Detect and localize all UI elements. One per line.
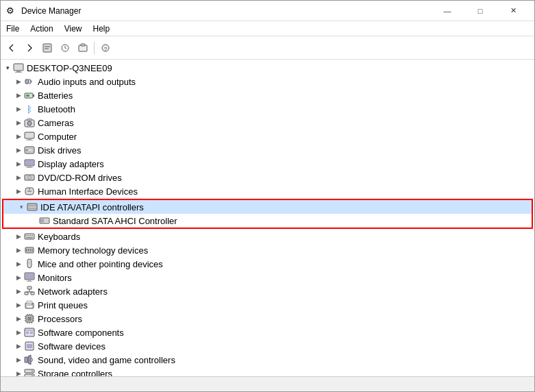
svg-rect-5 <box>81 44 85 46</box>
list-item[interactable]: ▶ Software components <box>1 326 534 339</box>
list-item[interactable]: ▶ Software devices <box>1 339 534 353</box>
svg-rect-59 <box>25 292 28 295</box>
svg-text:?: ? <box>104 46 108 52</box>
list-item[interactable]: ▶ Print queues <box>1 298 534 312</box>
processor-icon <box>24 313 35 324</box>
menu-action[interactable]: Action <box>25 21 58 36</box>
list-item[interactable]: ▶ Monitors <box>1 271 534 284</box>
list-item[interactable]: ▶ Disk drives <box>1 143 534 157</box>
expand-icon: ▶ <box>13 327 24 338</box>
menu-bar: File Action View Help <box>1 21 534 36</box>
svg-point-31 <box>29 177 30 178</box>
svg-rect-51 <box>32 249 33 252</box>
storage-icon <box>24 368 35 376</box>
battery-icon <box>24 90 35 101</box>
svg-rect-21 <box>26 140 33 140</box>
item-label: Display adapters <box>38 159 104 169</box>
update-driver-button[interactable] <box>57 40 73 56</box>
item-label: Batteries <box>38 90 73 101</box>
list-item[interactable]: ▶ Batteries <box>1 88 534 102</box>
list-item[interactable]: ▶ Network adapters <box>1 284 534 298</box>
forward-button[interactable] <box>21 40 38 56</box>
ide-icon <box>27 201 38 212</box>
expand-icon: ▶ <box>13 354 24 365</box>
svg-rect-50 <box>30 249 32 252</box>
device-tree[interactable]: ▾ DESKTOP-Q3NEE09 ▶ Audio input <box>1 60 534 376</box>
menu-view[interactable]: View <box>59 21 88 36</box>
svg-rect-43 <box>27 235 29 236</box>
minimize-button[interactable]: — <box>432 1 463 21</box>
svg-rect-18 <box>27 119 32 121</box>
list-item[interactable]: ▶ Standard SATA AHCI Controller <box>3 214 532 228</box>
svg-rect-55 <box>25 273 34 279</box>
item-label: Human Interface Devices <box>38 186 138 197</box>
list-item[interactable]: ▶ Memory technology devices <box>1 243 534 257</box>
toolbar-separator <box>94 42 95 54</box>
list-item[interactable]: ▶ ᛒ Bluetooth <box>1 102 534 116</box>
list-item[interactable]: ▶ Display adapters <box>1 157 534 171</box>
expand-icon: ▶ <box>13 172 24 183</box>
svg-rect-26 <box>27 166 32 167</box>
item-label: Bluetooth <box>38 104 75 114</box>
root-label: DESKTOP-Q3NEE09 <box>27 63 112 73</box>
svg-rect-39 <box>40 219 44 222</box>
status-bar <box>1 376 534 391</box>
list-item[interactable]: ▶ Sound, video and game controllers <box>1 353 534 367</box>
help-button[interactable]: ? <box>97 40 114 56</box>
svg-rect-69 <box>27 317 32 321</box>
svg-rect-44 <box>29 235 31 236</box>
svg-rect-14 <box>26 95 29 97</box>
scan-hardware-button[interactable] <box>75 40 91 56</box>
svg-rect-49 <box>28 249 29 252</box>
menu-file[interactable]: File <box>1 21 25 36</box>
svg-rect-41 <box>25 234 34 239</box>
expand-icon: ▶ <box>13 341 24 352</box>
maximize-button[interactable]: □ <box>464 1 496 21</box>
svg-rect-45 <box>32 235 33 236</box>
list-item[interactable]: ▶ Audio inputs and outputs <box>1 75 534 88</box>
monitor-icon <box>24 272 35 283</box>
expand-icon: ▶ <box>13 103 24 114</box>
back-button[interactable] <box>3 40 20 56</box>
hid-icon <box>24 186 35 197</box>
svg-rect-88 <box>25 357 27 363</box>
svg-rect-27 <box>26 167 33 168</box>
item-label: Mice and other pointing devices <box>38 259 163 269</box>
list-item[interactable]: ▶ Proces <box>1 312 534 326</box>
list-item[interactable]: ▶ Mice and other pointing devices <box>1 257 534 271</box>
keyboard-icon <box>24 231 35 242</box>
list-item[interactable]: ▶ Keyboards <box>1 230 534 243</box>
item-label: Memory technology devices <box>38 245 148 256</box>
menu-help[interactable]: Help <box>88 21 116 36</box>
list-item[interactable]: ▶ Human Interface Devices <box>1 184 534 198</box>
svg-rect-28 <box>25 160 34 165</box>
item-label: Sound, video and game controllers <box>38 355 175 365</box>
svg-rect-87 <box>27 344 32 348</box>
toolbar: ? <box>1 36 534 60</box>
svg-rect-48 <box>26 249 27 252</box>
computer-small-icon <box>24 131 35 142</box>
svg-rect-85 <box>30 332 33 334</box>
svg-point-67 <box>32 304 33 305</box>
svg-rect-10 <box>15 72 22 73</box>
svg-rect-9 <box>16 71 21 72</box>
print-icon <box>24 299 35 310</box>
list-item[interactable]: ▶ Cameras <box>1 116 534 130</box>
list-item[interactable]: ▶ Storage controllers <box>1 367 534 376</box>
tree-root[interactable]: ▾ DESKTOP-Q3NEE09 <box>1 61 534 75</box>
item-label: Network adapters <box>38 286 108 297</box>
audio-icon <box>24 76 35 87</box>
sata-icon <box>39 215 50 226</box>
svg-rect-58 <box>27 286 32 289</box>
svg-rect-56 <box>28 280 31 281</box>
list-item[interactable]: ▶ DVD/CD-ROM drives <box>1 171 534 184</box>
svg-rect-84 <box>26 332 29 334</box>
expand-icon: ▶ <box>13 231 24 242</box>
list-item[interactable]: ▶ Computer <box>1 130 534 143</box>
svg-rect-11 <box>25 79 29 84</box>
show-properties-button[interactable] <box>39 40 55 56</box>
svg-rect-42 <box>25 235 27 236</box>
list-item[interactable]: ▾ IDE ATA/ATAPI controllers <box>3 200 532 214</box>
memory-icon <box>24 245 35 256</box>
close-button[interactable]: ✕ <box>497 1 529 21</box>
